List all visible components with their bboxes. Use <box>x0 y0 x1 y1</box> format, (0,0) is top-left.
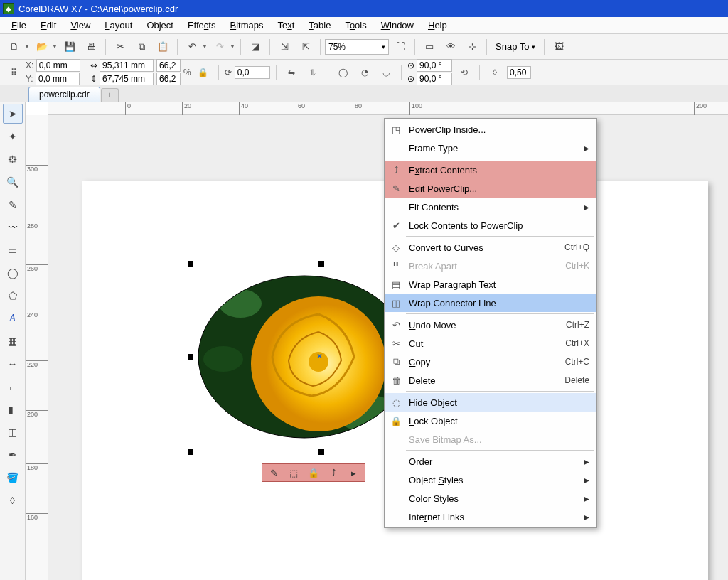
redo-icon[interactable]: ↷ <box>210 37 230 57</box>
outline-tool-icon[interactable]: ◊ <box>3 490 23 510</box>
menu-edit[interactable]: Edit <box>33 18 63 32</box>
zoom-tool-icon[interactable]: 🔍 <box>3 172 23 192</box>
ellipse-tool-icon[interactable]: ◯ <box>3 263 23 283</box>
selection-handle[interactable] <box>188 261 193 267</box>
outline-width-icon[interactable]: ◊ <box>486 63 504 82</box>
selection-handle[interactable] <box>318 449 324 455</box>
options-icon[interactable]: 🖼 <box>549 37 569 57</box>
end-angle-input[interactable] <box>417 72 452 85</box>
context-menu-item[interactable]: ✂CutCtrl+X <box>385 334 596 353</box>
context-menu-item[interactable]: ◇Convert to CurvesCtrl+Q <box>385 238 596 257</box>
context-menu-item[interactable]: ▤Wrap Paragraph Text <box>385 275 596 294</box>
arc-icon[interactable]: ◡ <box>377 63 395 82</box>
freehand-tool-icon[interactable]: ✎ <box>3 195 23 215</box>
context-menu-item[interactable]: Order▶ <box>385 452 596 471</box>
show-guidelines-icon[interactable]: ⊹ <box>462 37 482 57</box>
selection-handle[interactable] <box>188 449 193 455</box>
powerclip-object[interactable] <box>198 275 411 439</box>
powerclip-edit-icon[interactable]: ✎ <box>265 466 282 480</box>
selection-handle[interactable] <box>188 354 193 360</box>
menu-bitmaps[interactable]: Bitmaps <box>223 18 270 32</box>
transparency-icon[interactable]: ◫ <box>3 422 23 442</box>
context-menu-item[interactable]: Object Styles▶ <box>385 471 596 489</box>
pos-x-input[interactable] <box>36 59 80 72</box>
fill-tool-icon[interactable]: 🪣 <box>3 468 23 488</box>
powerclip-extract-icon[interactable]: ⤴ <box>325 466 342 480</box>
dimension-tool-icon[interactable]: ↔ <box>3 354 23 374</box>
menu-file[interactable]: File <box>4 18 33 32</box>
copy-icon[interactable]: ⧉ <box>132 37 151 57</box>
context-menu-item[interactable]: ✔Lock Contents to PowerClip <box>385 216 596 235</box>
polygon-tool-icon[interactable]: ⬠ <box>3 286 23 306</box>
pos-y-input[interactable] <box>36 72 80 85</box>
open-icon[interactable]: 📂 <box>32 37 52 57</box>
full-screen-icon[interactable]: ⛶ <box>390 37 410 57</box>
save-icon[interactable]: 💾 <box>60 37 80 57</box>
snap-to-button[interactable]: Snap To ▾ <box>491 40 540 53</box>
import-icon[interactable]: ⇲ <box>274 37 294 57</box>
shape-tool-icon[interactable]: ✦ <box>3 127 23 146</box>
context-menu-item[interactable]: ↶Undo MoveCtrl+Z <box>385 316 596 334</box>
add-tab-button[interactable]: + <box>101 88 119 102</box>
cut-icon[interactable]: ✂ <box>110 37 130 57</box>
show-grid-icon[interactable]: 👁 <box>441 37 461 57</box>
scale-y-input[interactable] <box>156 72 181 85</box>
menu-effects[interactable]: Effects <box>181 18 223 32</box>
powerclip-lock-icon[interactable]: 🔒 <box>305 466 322 480</box>
context-menu-item[interactable]: 🗑DeleteDelete <box>385 371 596 390</box>
powerclip-more-icon[interactable]: ▸ <box>345 466 362 480</box>
context-menu-item[interactable]: Fit Contents▶ <box>385 198 596 216</box>
context-menu-item[interactable]: Internet Links▶ <box>385 508 596 526</box>
export-icon[interactable]: ⇱ <box>296 37 316 57</box>
outline-width-input[interactable] <box>507 66 531 79</box>
text-tool-icon[interactable]: A <box>3 308 23 328</box>
artistic-media-icon[interactable]: 〰 <box>3 218 23 237</box>
zoom-select[interactable]: 75%▾ <box>325 39 389 55</box>
context-menu-item[interactable]: ◫Wrap Connector Line <box>385 294 596 312</box>
context-menu-item[interactable]: ⤴Extract Contents <box>385 161 596 179</box>
drop-shadow-icon[interactable]: ◧ <box>3 399 23 419</box>
powerclip-select-icon[interactable]: ⬚ <box>285 466 302 480</box>
document-tab-active[interactable]: powerclip.cdr <box>28 87 100 102</box>
pie-icon[interactable]: ◔ <box>355 63 374 82</box>
table-tool-icon[interactable]: ▦ <box>3 331 23 351</box>
search-content-icon[interactable]: ◪ <box>245 37 265 57</box>
eyedropper-icon[interactable]: ✒ <box>3 445 23 465</box>
rotation-input[interactable] <box>235 66 270 79</box>
menu-object[interactable]: Object <box>139 18 181 32</box>
menu-help[interactable]: Help <box>421 18 454 32</box>
selection-handle[interactable] <box>318 261 324 267</box>
menu-tools[interactable]: Tools <box>338 18 373 32</box>
menu-window[interactable]: Window <box>374 18 421 32</box>
scale-x-input[interactable] <box>156 59 181 72</box>
mirror-v-icon[interactable]: ⥮ <box>304 63 322 82</box>
context-menu-item[interactable]: ✎Edit PowerClip... <box>385 179 596 198</box>
menu-text[interactable]: Text <box>270 18 301 32</box>
context-menu-item[interactable]: 🔒Lock Object <box>385 412 596 430</box>
height-input[interactable] <box>100 72 154 85</box>
print-icon[interactable]: 🖶 <box>81 37 101 57</box>
ellipse-icon[interactable]: ◯ <box>334 63 353 82</box>
start-angle-input[interactable] <box>417 59 452 72</box>
show-rulers-icon[interactable]: ▭ <box>419 37 439 57</box>
connector-tool-icon[interactable]: ⌐ <box>3 377 23 397</box>
pick-tool-icon[interactable]: ➤ <box>3 104 23 124</box>
new-icon[interactable]: 🗋 <box>4 37 24 57</box>
lock-ratio-icon[interactable]: 🔒 <box>194 63 213 82</box>
object-origin-icon[interactable]: ⠿ <box>4 63 23 82</box>
swap-angle-icon[interactable]: ⟲ <box>455 63 473 82</box>
undo-icon[interactable]: ↶ <box>182 37 202 57</box>
width-input[interactable] <box>100 59 154 72</box>
mirror-h-icon[interactable]: ⇋ <box>282 63 301 82</box>
context-menu-item[interactable]: Color Styles▶ <box>385 489 596 508</box>
context-menu-item[interactable]: ⧉CopyCtrl+C <box>385 353 596 371</box>
crop-tool-icon[interactable]: ⯐ <box>3 149 23 169</box>
menu-layout[interactable]: Layout <box>97 18 139 32</box>
menu-table[interactable]: Table <box>301 18 338 32</box>
context-menu-item[interactable]: Frame Type▶ <box>385 139 596 157</box>
paste-icon[interactable]: 📋 <box>153 37 173 57</box>
rectangle-tool-icon[interactable]: ▭ <box>3 240 23 260</box>
context-menu-item[interactable]: ◌Hide Object <box>385 393 596 412</box>
menu-view[interactable]: View <box>63 18 97 32</box>
context-menu-item[interactable]: ◳PowerClip Inside... <box>385 120 596 139</box>
